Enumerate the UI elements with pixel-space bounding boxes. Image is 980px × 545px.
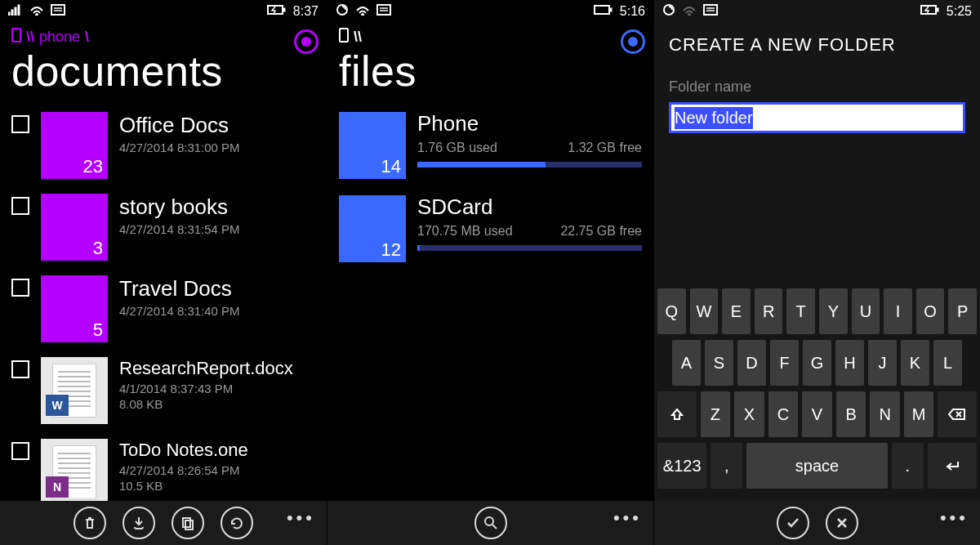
delete-button[interactable] <box>74 507 106 539</box>
key-w[interactable]: W <box>690 288 719 334</box>
key-f[interactable]: F <box>770 340 799 386</box>
breadcrumb-root: \\ <box>354 29 362 46</box>
storage-item[interactable]: 12 SDCard 170.75 MB used 22.75 GB free <box>327 195 653 279</box>
more-button[interactable]: ••• <box>940 507 969 529</box>
svg-rect-15 <box>377 5 390 15</box>
profile-button[interactable] <box>294 29 318 54</box>
status-bar: 8:37 <box>0 0 327 23</box>
list-item[interactable]: 3 story books 4/27/2014 8:31:54 PM <box>11 194 315 261</box>
storage-bar <box>417 162 642 168</box>
message-icon <box>51 4 65 19</box>
key-v[interactable]: V <box>802 391 832 437</box>
checkbox[interactable] <box>11 360 29 378</box>
signal-icon <box>8 4 23 19</box>
field-label: Folder name <box>654 60 980 102</box>
search-button[interactable] <box>474 507 507 539</box>
key-o[interactable]: O <box>916 288 945 334</box>
breadcrumb[interactable]: \\ <box>327 23 653 47</box>
cancel-button[interactable] <box>826 507 858 539</box>
key-y[interactable]: Y <box>819 288 848 334</box>
refresh-button[interactable] <box>220 507 253 539</box>
app-bar: ••• <box>654 501 980 545</box>
key-i[interactable]: I <box>884 288 912 334</box>
breadcrumb[interactable]: \\ phone \ <box>0 23 327 47</box>
key-h[interactable]: H <box>835 340 864 386</box>
list-item[interactable]: N ToDo Notes.one 4/27/2014 8:26:54 PM 10… <box>11 439 315 506</box>
sync-icon <box>336 3 349 20</box>
key-l[interactable]: L <box>933 340 962 386</box>
folder-tile[interactable]: 5 <box>41 275 108 342</box>
list-item[interactable]: 23 Office Docs 4/27/2014 8:31:00 PM <box>11 112 315 179</box>
screen-new-folder: 5:25 CREATE A NEW FOLDER Folder name New… <box>653 0 980 545</box>
key-comma[interactable]: , <box>710 443 742 489</box>
key-period[interactable]: . <box>892 443 924 489</box>
key-a[interactable]: A <box>672 340 701 386</box>
storage-used: 1.76 GB used <box>417 141 497 155</box>
key-j[interactable]: J <box>868 340 897 386</box>
file-date: 4/27/2014 8:26:54 PM <box>119 463 315 477</box>
key-n[interactable]: N <box>870 391 900 437</box>
checkbox[interactable] <box>11 442 29 460</box>
key-d[interactable]: D <box>737 340 766 386</box>
file-name: ResearchReport.docx <box>119 359 315 378</box>
key-s[interactable]: S <box>705 340 733 386</box>
folder-name-input[interactable]: New folder <box>669 102 965 133</box>
svg-rect-2 <box>15 7 16 16</box>
key-backspace[interactable] <box>938 391 977 437</box>
svg-rect-18 <box>595 6 609 14</box>
breadcrumb-tail: \ <box>85 29 89 46</box>
key-t[interactable]: T <box>786 288 815 334</box>
more-button[interactable]: ••• <box>287 507 315 529</box>
file-thumb[interactable]: N <box>41 439 108 506</box>
list-item[interactable]: W ResearchReport.docx 4/1/2014 8:37:43 P… <box>11 357 315 424</box>
key-row-2: A S D F G H J K L <box>657 340 977 386</box>
key-symbols[interactable]: &123 <box>657 443 706 489</box>
key-r[interactable]: R <box>755 288 783 334</box>
wifi-icon <box>682 4 697 19</box>
key-m[interactable]: M <box>904 391 934 437</box>
svg-rect-5 <box>51 5 65 15</box>
svg-rect-29 <box>936 8 938 11</box>
profile-button[interactable] <box>621 29 645 54</box>
screen-documents: 8:37 \\ phone \ documents 23 Office Docs… <box>0 0 327 545</box>
ok-button[interactable] <box>777 507 809 539</box>
key-u[interactable]: U <box>852 288 880 334</box>
checkbox[interactable] <box>11 115 29 133</box>
copy-button[interactable] <box>172 507 204 539</box>
checkbox[interactable] <box>11 279 29 297</box>
screen-files: 5:16 \\ files 14 Phone 1.76 GB used 1.32… <box>327 0 653 545</box>
file-thumb[interactable]: W <box>41 357 108 424</box>
key-b[interactable]: B <box>836 391 866 437</box>
svg-point-24 <box>688 14 691 16</box>
storage-tile[interactable]: 14 <box>339 112 406 179</box>
download-button[interactable] <box>122 507 155 539</box>
key-shift[interactable] <box>657 391 697 437</box>
key-k[interactable]: K <box>901 340 929 386</box>
key-space[interactable]: space <box>746 443 888 489</box>
key-q[interactable]: Q <box>657 288 686 334</box>
storage-tile[interactable]: 12 <box>339 195 406 262</box>
key-c[interactable]: C <box>768 391 799 437</box>
storage-item[interactable]: 14 Phone 1.76 GB used 1.32 GB free <box>327 112 653 195</box>
svg-rect-0 <box>8 12 10 16</box>
key-z[interactable]: Z <box>701 391 731 437</box>
key-g[interactable]: G <box>803 340 831 386</box>
folder-tile[interactable]: 3 <box>41 194 108 261</box>
key-p[interactable]: P <box>948 288 977 334</box>
key-x[interactable]: X <box>734 391 764 437</box>
checkbox[interactable] <box>11 197 29 215</box>
svg-rect-9 <box>283 8 285 11</box>
phone-icon <box>339 28 349 47</box>
status-time: 5:16 <box>620 4 645 19</box>
page-title: CREATE A NEW FOLDER <box>654 23 980 60</box>
storage-free: 22.75 GB free <box>560 224 642 239</box>
key-e[interactable]: E <box>722 288 751 334</box>
more-button[interactable]: ••• <box>613 507 642 529</box>
key-enter[interactable] <box>928 443 977 489</box>
storage-name: Phone <box>417 112 642 136</box>
folder-tile[interactable]: 23 <box>41 112 108 179</box>
list-item[interactable]: 5 Travel Docs 4/27/2014 8:31:40 PM <box>11 275 315 342</box>
file-name: ToDo Notes.one <box>119 440 315 460</box>
keyboard: Q W E R T Y U I O P A S D F G H J K L Z … <box>654 284 980 501</box>
svg-point-14 <box>362 14 364 16</box>
